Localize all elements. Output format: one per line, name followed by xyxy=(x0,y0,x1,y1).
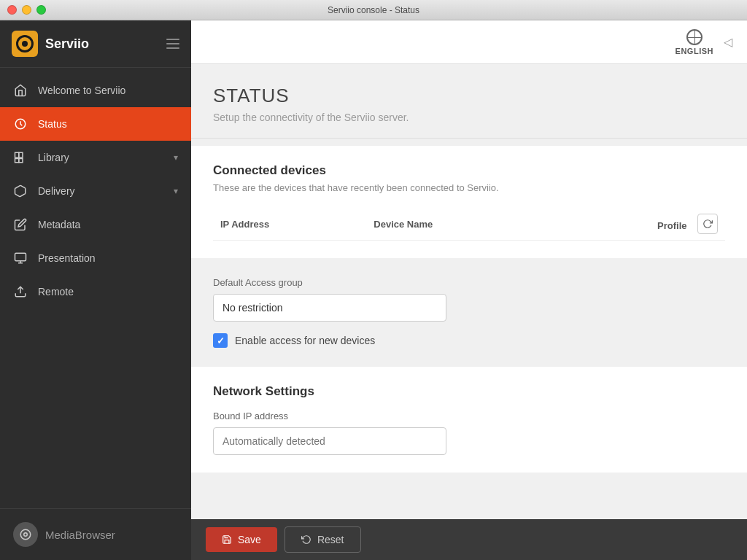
bound-ip-input[interactable] xyxy=(213,427,446,455)
svg-rect-2 xyxy=(19,152,23,158)
logo-area: Serviio xyxy=(12,31,89,57)
window-title: Serviio console - Status xyxy=(328,5,419,15)
title-bar: Serviio console - Status xyxy=(0,0,747,20)
logo-icon xyxy=(12,31,38,57)
reset-button[interactable]: Reset xyxy=(285,526,361,553)
sidebar-header: Serviio xyxy=(0,20,191,68)
device-name-header: Device Name xyxy=(366,208,543,241)
sidebar-item-delivery[interactable]: Delivery ▾ xyxy=(0,174,191,208)
sidebar-item-delivery-label: Delivery xyxy=(38,185,163,197)
home-icon xyxy=(13,83,28,98)
reset-label: Reset xyxy=(317,534,344,545)
refresh-button[interactable] xyxy=(697,214,718,234)
content-area: STATUS Setup the connectivity of the Ser… xyxy=(191,64,747,560)
language-label: ENGLISH xyxy=(676,47,713,55)
reset-icon xyxy=(301,534,311,545)
media-browser-icon xyxy=(13,522,38,547)
svg-point-7 xyxy=(20,529,31,540)
globe-icon xyxy=(686,29,703,45)
sidebar-item-library-label: Library xyxy=(38,152,163,163)
sidebar-item-presentation[interactable]: Presentation xyxy=(0,241,191,275)
app-container: Serviio Welcome to Serviio Status xyxy=(0,20,747,560)
sidebar-item-presentation-label: Presentation xyxy=(38,252,178,264)
sidebar-item-status-label: Status xyxy=(38,118,178,130)
bound-ip-label: Bound IP address xyxy=(213,411,725,421)
media-browser-label: MediaBrowser xyxy=(45,529,115,541)
connected-devices-title: Connected devices xyxy=(213,163,725,178)
svg-rect-3 xyxy=(15,159,19,163)
devices-table: IP Address Device Name Profile xyxy=(213,208,725,241)
sidebar: Serviio Welcome to Serviio Status xyxy=(0,20,191,560)
delivery-icon xyxy=(13,184,28,198)
maximize-button[interactable] xyxy=(36,5,46,15)
presentation-icon xyxy=(13,251,28,265)
sidebar-item-remote-label: Remote xyxy=(38,286,178,298)
media-browser-section: MediaBrowser xyxy=(0,508,191,560)
window-controls xyxy=(7,5,46,15)
logo-text: Serviio xyxy=(45,36,89,52)
svg-rect-1 xyxy=(15,152,19,158)
enable-access-label: Enable access for new devices xyxy=(235,335,375,346)
access-group-label: Default Access group xyxy=(213,277,725,288)
sidebar-item-metadata[interactable]: Metadata xyxy=(0,208,191,241)
nav-items: Welcome to Serviio Status Library ▾ xyxy=(0,68,191,508)
main-content: ENGLISH ◁ STATUS Setup the connectivity … xyxy=(191,20,747,560)
close-button[interactable] xyxy=(7,5,17,15)
library-arrow-icon: ▾ xyxy=(174,152,178,163)
save-icon xyxy=(222,534,232,545)
bottom-bar: Save Reset xyxy=(191,519,747,560)
ip-address-header: IP Address xyxy=(213,208,366,241)
svg-rect-5 xyxy=(15,253,26,261)
enable-access-row: Enable access for new devices xyxy=(213,333,725,348)
remote-icon xyxy=(13,284,28,299)
top-bar: ENGLISH ◁ xyxy=(191,20,747,64)
page-title: STATUS xyxy=(213,85,725,107)
sidebar-item-welcome-label: Welcome to Serviio xyxy=(38,85,178,96)
connected-devices-desc: These are the devices that have recently… xyxy=(213,182,725,193)
save-button[interactable]: Save xyxy=(206,527,277,552)
sidebar-item-remote[interactable]: Remote xyxy=(0,275,191,308)
sidebar-item-welcome[interactable]: Welcome to Serviio xyxy=(0,74,191,107)
access-group-section: Default Access group Enable access for n… xyxy=(191,260,747,365)
delivery-arrow-icon: ▾ xyxy=(174,186,178,196)
network-settings-section: Network Settings Bound IP address xyxy=(191,367,747,472)
page-header: STATUS Setup the connectivity of the Ser… xyxy=(191,64,747,139)
profile-header: Profile xyxy=(544,208,725,241)
language-button[interactable]: ENGLISH xyxy=(676,29,713,55)
access-group-input[interactable] xyxy=(213,294,446,322)
connected-devices-section: Connected devices These are the devices … xyxy=(191,146,747,258)
sidebar-item-status[interactable]: Status xyxy=(0,107,191,141)
collapse-button[interactable]: ◁ xyxy=(721,32,735,52)
hamburger-menu[interactable] xyxy=(166,39,179,49)
enable-access-checkbox[interactable] xyxy=(213,333,228,348)
page-subtitle: Setup the connectivity of the Serviio se… xyxy=(213,112,725,123)
minimize-button[interactable] xyxy=(22,5,31,15)
svg-rect-4 xyxy=(19,159,23,163)
status-icon xyxy=(13,117,28,131)
sidebar-item-library[interactable]: Library ▾ xyxy=(0,141,191,174)
metadata-icon xyxy=(13,217,28,232)
sidebar-item-metadata-label: Metadata xyxy=(38,219,178,230)
save-label: Save xyxy=(238,534,261,545)
network-settings-title: Network Settings xyxy=(213,384,725,399)
library-icon xyxy=(13,150,28,165)
svg-point-8 xyxy=(24,533,28,537)
